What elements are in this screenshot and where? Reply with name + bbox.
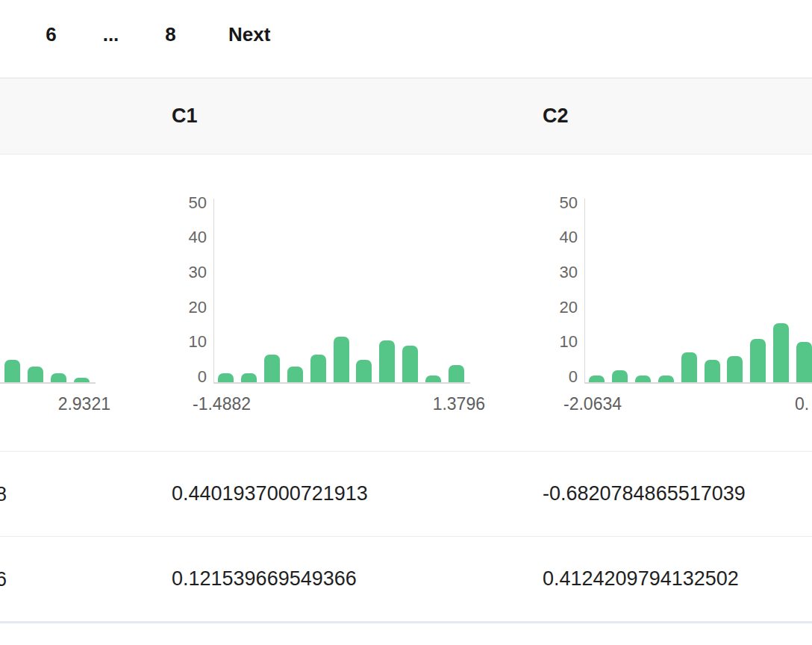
clipped-value-fragment: 8 [0, 482, 7, 505]
x-axis-line [0, 382, 96, 384]
histogram-bar [379, 340, 395, 382]
y-axis-tick-label: 30 [533, 264, 578, 281]
histogram-bar [750, 339, 766, 382]
clipped-value-fragment: 6 [0, 567, 7, 591]
x-axis-max-label: 1.3796 [321, 396, 485, 413]
table-header: C1 C2 [0, 78, 812, 155]
cell-clipped: 6 [0, 537, 157, 621]
histogram-bar [727, 356, 743, 382]
cell-c2: 0.4124209794132502 [528, 567, 812, 591]
dataset-profile-page: 6 ... 8 Next C1 C2 2.9321 50403020100-1.… [0, 0, 812, 645]
histogram-bar [356, 360, 372, 382]
next-page-button[interactable]: Next [219, 23, 279, 46]
histogram-bar [218, 373, 234, 382]
column-header-clipped [0, 78, 157, 154]
histogram-bar [28, 367, 43, 382]
table-row: 8 0.4401937000721913 -0.6820784865517039 [0, 451, 812, 536]
x-axis-max-label: 0. [795, 396, 809, 413]
y-axis-tick-label: 20 [162, 299, 207, 316]
histogram-bar [705, 360, 720, 382]
histogram-c2: 50403020100-2.06340. [528, 155, 812, 451]
page-button-8[interactable]: 8 [154, 23, 187, 46]
column-header-c2[interactable]: C2 [528, 78, 812, 154]
histogram-c1: 50403020100-1.48821.3796 [157, 155, 528, 451]
x-axis-line [213, 382, 470, 384]
pagination-ellipsis[interactable]: ... [94, 23, 128, 46]
histogram-bar [449, 365, 464, 382]
histogram-bar [4, 360, 20, 382]
y-axis-tick-label: 20 [533, 299, 578, 316]
y-axis-tick-label: 0 [533, 369, 578, 385]
x-axis-line [584, 382, 812, 384]
histogram-row: 2.9321 50403020100-1.48821.3796 50403020… [0, 155, 812, 451]
y-axis-tick-label: 10 [162, 334, 207, 350]
y-axis-line [584, 199, 585, 382]
histogram-bar [334, 337, 349, 382]
cell-c1: 0.121539669549366 [157, 567, 528, 591]
x-axis-min-label: -2.0634 [563, 396, 622, 413]
cell-clipped: 8 [0, 452, 157, 536]
histogram-bar [658, 376, 674, 382]
histogram-bar [51, 373, 66, 382]
column-header-c1[interactable]: C1 [157, 78, 528, 154]
y-axis-tick-label: 50 [162, 195, 207, 211]
histogram-bar [264, 355, 280, 382]
cell-c1: 0.4401937000721913 [157, 482, 528, 505]
histogram-bar [241, 373, 257, 382]
y-axis-line [213, 199, 214, 382]
histogram-bar [612, 370, 628, 382]
histogram-bar [402, 346, 418, 382]
page-button-6[interactable]: 6 [34, 23, 68, 46]
table-row: 6 0.121539669549366 0.4124209794132502 [0, 536, 812, 621]
histogram-bar [425, 376, 441, 382]
histogram-clipped-column: 2.9321 [0, 155, 157, 451]
y-axis-tick-label: 30 [162, 264, 207, 281]
histogram-bar [773, 323, 789, 382]
y-axis-tick-label: 40 [533, 229, 578, 246]
table-bottom-border [0, 621, 812, 623]
y-axis-tick-label: 50 [533, 195, 578, 211]
histogram-bar [796, 342, 812, 382]
histogram-bar [74, 378, 90, 382]
y-axis-tick-label: 0 [162, 369, 207, 385]
histogram-bar [681, 352, 697, 382]
histogram-bar [635, 376, 651, 382]
x-axis-min-label: -1.4882 [193, 396, 251, 413]
y-axis-tick-label: 40 [162, 229, 207, 246]
histogram-bar [310, 355, 326, 382]
pagination: 6 ... 8 Next [0, 0, 812, 78]
cell-c2: -0.6820784865517039 [528, 482, 812, 505]
histogram-bar [287, 367, 303, 382]
y-axis-tick-label: 10 [533, 334, 578, 350]
x-axis-max-label: 2.9321 [0, 396, 110, 413]
histogram-bar [589, 376, 605, 382]
